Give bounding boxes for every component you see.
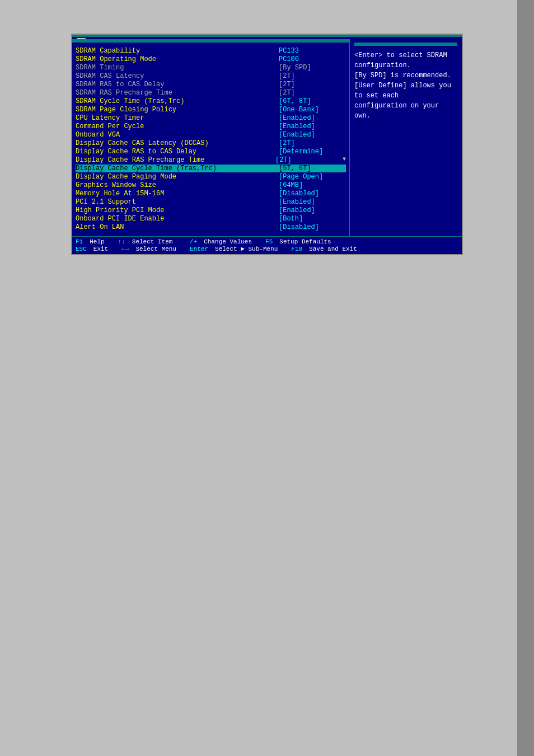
config-value: [Enabled] [279, 131, 346, 139]
main-content: SDRAM CapabilityPC133SDRAM Operating Mod… [72, 39, 462, 236]
config-value: [Enabled] [279, 123, 346, 130]
config-row[interactable]: Memory Hole At 15M-16M[Disabled] [76, 190, 346, 198]
config-table: SDRAM CapabilityPC133SDRAM Operating Mod… [72, 43, 349, 236]
config-value: PC133 [279, 47, 346, 55]
key-label: F5 [265, 238, 273, 245]
config-value: [Enabled] [279, 198, 346, 206]
help-line: own. [354, 111, 457, 121]
config-row[interactable]: Onboard PCI IDE Enable[Both] [76, 215, 346, 223]
config-value: [Disabled] [279, 190, 346, 198]
config-value: [6T, 8T] [279, 97, 346, 105]
config-value: [Both] [279, 215, 346, 223]
config-label: Display Cache RAS to CAS Delay [76, 148, 279, 156]
key-action: Setup Defaults [279, 238, 331, 245]
config-row[interactable]: High Priority PCI Mode[Enabled] [76, 206, 346, 214]
config-value: [Disabled] [279, 223, 346, 231]
key-label: Enter [190, 246, 208, 252]
config-value: [2T] [275, 156, 343, 164]
config-row[interactable]: SDRAM RAS Precharge Time[2T] [76, 89, 346, 97]
config-row[interactable]: SDRAM RAS to CAS Delay[2T] [76, 81, 346, 88]
config-label: Onboard PCI IDE Enable [76, 215, 279, 223]
config-row[interactable]: CPU Latency Timer[Enabled] [76, 114, 346, 122]
config-label: PCI 2.1 Support [76, 198, 279, 206]
config-row[interactable]: Alert On LAN[Disabled] [76, 223, 346, 231]
config-row[interactable]: PCI 2.1 Support[Enabled] [76, 198, 346, 206]
config-label: SDRAM RAS to CAS Delay [76, 81, 279, 88]
config-row[interactable]: Display Cache CAS Latency (DCCAS)[2T] [76, 139, 346, 147]
config-row[interactable]: SDRAM Page Closing Policy[One Bank] [76, 106, 346, 114]
config-value: [Enabled] [279, 114, 346, 122]
config-value: [Page Open] [279, 173, 346, 181]
key-label: -/+ [186, 238, 197, 245]
config-value: [One Bank] [279, 106, 346, 114]
config-label: Alert On LAN [76, 223, 279, 231]
help-text: <Enter> to select SDRAMconfiguration.[By… [354, 50, 457, 121]
config-row[interactable]: Display Cache RAS Precharge Time[2T] ▼ [76, 156, 346, 164]
config-label: CPU Latency Timer [76, 114, 279, 122]
key-label: ←→ [121, 246, 129, 252]
key-action: Save and Exit [309, 246, 357, 252]
config-row[interactable]: SDRAM Cycle Time (Tras,Trc)[6T, 8T] [76, 97, 346, 105]
config-label: Display Cache RAS Precharge Time [76, 156, 275, 164]
key-label: ↑↓ [118, 238, 125, 245]
gray-sidebar-right [517, 0, 534, 756]
scroll-down-indicator: ▼ [343, 156, 346, 164]
config-row[interactable]: Display Cache RAS to CAS Delay[Determine… [76, 148, 346, 156]
config-label: SDRAM Page Closing Policy [76, 106, 279, 114]
help-line: to set each [354, 91, 457, 101]
help-line: configuration. [354, 60, 457, 71]
config-row[interactable]: Display Cache Paging Mode[Page Open] [76, 173, 346, 181]
config-value: [Determine] [279, 148, 346, 156]
bottom-bar: F1 Help ↑↓ Select Item -/+ Change Values… [72, 236, 462, 254]
bios-window: SDRAM CapabilityPC133SDRAM Operating Mod… [71, 34, 463, 255]
config-label: SDRAM Timing [76, 64, 279, 72]
config-row[interactable]: SDRAM CAS Latency[2T] [76, 72, 346, 80]
key-label: F10 [291, 246, 302, 252]
right-section-header [354, 43, 457, 46]
key-action: Select Menu [135, 246, 176, 252]
config-label: High Priority PCI Mode [76, 206, 279, 214]
config-label: SDRAM RAS Precharge Time [76, 89, 279, 97]
config-value: [5T, 6T] [279, 165, 346, 172]
help-line: configuration on your [354, 101, 457, 111]
config-row[interactable]: SDRAM Operating ModePC100 [76, 55, 346, 63]
bottom-row-1: F1 Help ↑↓ Select Item -/+ Change Values… [76, 238, 458, 245]
config-label: Onboard VGA [76, 131, 279, 139]
key-action: Help [90, 238, 104, 245]
key-label: F1 [76, 238, 83, 245]
key-action: Select ► Sub-Menu [215, 246, 278, 252]
config-value: [Enabled] [279, 206, 346, 214]
config-label: Display Cache CAS Latency (DCCAS) [76, 139, 279, 147]
help-line: <Enter> to select SDRAM [354, 50, 457, 60]
config-row[interactable]: Onboard VGA[Enabled] [76, 131, 346, 139]
config-label: Memory Hole At 15M-16M [76, 190, 279, 198]
key-action: Change Values [204, 238, 252, 245]
config-row[interactable]: SDRAM Timing[By SPD] [76, 64, 346, 72]
key-action: Select Item [132, 238, 173, 245]
config-row[interactable]: SDRAM CapabilityPC133 [76, 47, 346, 55]
config-row[interactable]: Command Per Cycle[Enabled] [76, 123, 346, 130]
help-line: [User Define] allows you [354, 81, 457, 91]
config-label: SDRAM CAS Latency [76, 72, 279, 80]
config-row[interactable]: Graphics Window Size[64MB] [76, 181, 346, 189]
right-panel: <Enter> to select SDRAMconfiguration.[By… [350, 39, 462, 236]
config-value: [2T] [279, 89, 346, 97]
config-label: Graphics Window Size [76, 181, 279, 189]
help-line: [By SPD] is recommended. [354, 71, 457, 81]
config-row[interactable]: Display Cache Cycle Time (Tras,Trc)[5T, … [76, 165, 346, 172]
bottom-row-2: ESC Exit ←→ Select Menu Enter Select ► S… [76, 246, 458, 252]
config-value: [2T] [279, 72, 346, 80]
config-value: [By SPD] [279, 64, 346, 72]
config-label: SDRAM Cycle Time (Tras,Trc) [76, 97, 279, 105]
config-value: [64MB] [279, 181, 346, 189]
config-value: [2T] [279, 81, 346, 88]
config-label: SDRAM Operating Mode [76, 55, 279, 63]
config-value: [2T] [279, 139, 346, 147]
config-label: Command Per Cycle [76, 123, 279, 130]
config-label: Display Cache Cycle Time (Tras,Trc) [76, 165, 279, 172]
key-label: ESC [76, 246, 87, 252]
config-label: Display Cache Paging Mode [76, 173, 279, 181]
key-action: Exit [93, 246, 108, 252]
left-panel: SDRAM CapabilityPC133SDRAM Operating Mod… [72, 39, 350, 236]
config-value: PC100 [279, 55, 346, 63]
